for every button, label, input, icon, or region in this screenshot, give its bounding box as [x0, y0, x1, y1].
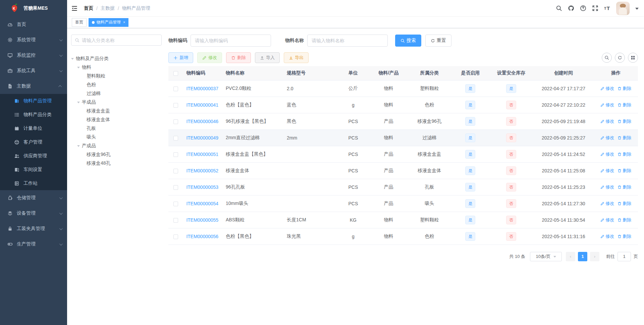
tree-node[interactable]: 吸头: [71, 133, 162, 142]
tree-expand-icon[interactable]: [77, 145, 80, 148]
tab-material-product[interactable]: 物料产品管理 ×: [89, 18, 128, 27]
next-page-button[interactable]: ›: [590, 252, 599, 261]
tab-home[interactable]: 首页: [72, 18, 87, 27]
tree-node[interactable]: 移液盒48孔: [71, 159, 162, 168]
row-delete-link[interactable]: 删除: [618, 151, 631, 157]
row-edit-link[interactable]: 修改: [600, 217, 614, 223]
row-checkbox[interactable]: [173, 152, 178, 157]
sidebar-item[interactable]: 系统工具: [0, 63, 67, 78]
page-number-button[interactable]: 1: [578, 252, 587, 261]
row-edit-link[interactable]: 修改: [600, 233, 614, 239]
breadcrumb-master-data[interactable]: 主数据: [101, 5, 115, 11]
tree-node[interactable]: 物料: [71, 63, 162, 72]
material-code-link[interactable]: ITEM00000053: [186, 184, 218, 190]
row-edit-link[interactable]: 修改: [600, 151, 614, 157]
row-checkbox[interactable]: [173, 169, 178, 173]
tree-node[interactable]: 产成品: [71, 142, 162, 150]
row-checkbox[interactable]: [173, 136, 178, 141]
sidebar-subitem[interactable]: 客户管理: [0, 135, 67, 149]
row-edit-link[interactable]: 修改: [600, 184, 614, 190]
import-button[interactable]: 导入: [255, 52, 280, 63]
tree-search-input[interactable]: [82, 38, 158, 43]
sidebar-subitem[interactable]: 计量单位: [0, 121, 67, 135]
row-checkbox[interactable]: [173, 234, 178, 239]
fullscreen-icon[interactable]: [592, 5, 598, 11]
material-code-link[interactable]: ITEM00000046: [186, 119, 218, 124]
row-checkbox[interactable]: [173, 119, 178, 124]
row-edit-link[interactable]: 修改: [600, 118, 614, 124]
material-code-link[interactable]: ITEM00000052: [186, 168, 218, 173]
row-checkbox[interactable]: [173, 202, 178, 206]
sidebar-item[interactable]: 设备管理: [0, 206, 67, 221]
sidebar-subitem[interactable]: 车间设置: [0, 163, 67, 176]
user-menu-caret-icon[interactable]: [635, 8, 639, 11]
app-logo[interactable]: K 苦糖果MES: [0, 0, 67, 17]
tree-node[interactable]: 移液盒96孔: [71, 150, 162, 159]
tree-node[interactable]: 孔板: [71, 124, 162, 133]
sidebar-item[interactable]: 主数据: [0, 78, 67, 94]
row-delete-link[interactable]: 删除: [618, 135, 631, 141]
github-icon[interactable]: [568, 5, 574, 11]
sidebar-item[interactable]: 系统监控: [0, 48, 67, 63]
tab-close-icon[interactable]: ×: [123, 20, 125, 24]
reset-button[interactable]: 重置: [425, 35, 451, 47]
row-edit-link[interactable]: 修改: [600, 201, 614, 207]
sidebar-item[interactable]: 系统管理: [0, 32, 67, 48]
tree-node[interactable]: 半成品: [71, 98, 162, 107]
material-code-link[interactable]: ITEM00000055: [186, 217, 218, 223]
tree-expand-icon[interactable]: [77, 102, 80, 105]
tree-node[interactable]: 过滤棉: [71, 89, 162, 98]
row-delete-link[interactable]: 删除: [618, 201, 631, 207]
search-button[interactable]: 搜索: [395, 35, 421, 47]
user-avatar[interactable]: [616, 2, 630, 15]
sidebar-item[interactable]: 工装夹具管理: [0, 221, 67, 236]
row-delete-link[interactable]: 删除: [618, 168, 631, 174]
row-checkbox[interactable]: [173, 185, 178, 190]
goto-page-input[interactable]: [618, 252, 631, 261]
sidebar-toggle-icon[interactable]: [71, 5, 78, 12]
sidebar-subitem[interactable]: 供应商管理: [0, 149, 67, 163]
row-delete-link[interactable]: 删除: [618, 217, 631, 223]
material-code-link[interactable]: ITEM00000041: [186, 102, 218, 108]
sidebar-subitem[interactable]: 物料产品管理: [0, 94, 67, 108]
material-code-link[interactable]: ITEM00000054: [186, 201, 218, 206]
row-edit-link[interactable]: 修改: [600, 168, 614, 174]
refresh-table-button[interactable]: [615, 53, 625, 63]
row-checkbox[interactable]: [173, 87, 178, 91]
tree-node[interactable]: 移液盒盒盖: [71, 107, 162, 115]
material-code-link[interactable]: ITEM00000051: [186, 152, 218, 157]
sidebar-item[interactable]: 生产管理: [0, 236, 67, 252]
select-all-checkbox[interactable]: [173, 71, 178, 76]
prev-page-button[interactable]: ‹: [566, 252, 575, 261]
row-delete-link[interactable]: 删除: [618, 86, 631, 92]
row-checkbox[interactable]: [173, 218, 178, 223]
tree-expand-icon[interactable]: [77, 67, 80, 70]
sidebar-subitem[interactable]: 工作站: [0, 176, 67, 190]
tree-node[interactable]: 色粉: [71, 80, 162, 89]
tree-expand-icon[interactable]: [71, 58, 74, 61]
sidebar-subitem[interactable]: 物料产品分类: [0, 108, 67, 121]
row-checkbox[interactable]: [173, 103, 178, 108]
show-search-button[interactable]: [602, 53, 612, 63]
row-delete-link[interactable]: 删除: [618, 184, 631, 190]
page-size-select[interactable]: 10条/页: [530, 252, 562, 261]
row-delete-link[interactable]: 删除: [618, 102, 631, 108]
material-name-input[interactable]: [307, 35, 388, 47]
tree-node[interactable]: 移液盒盒体: [71, 115, 162, 124]
row-delete-link[interactable]: 删除: [618, 118, 631, 124]
material-code-link[interactable]: ITEM00000056: [186, 234, 218, 239]
sidebar-item[interactable]: 首页: [0, 17, 67, 32]
tree-node[interactable]: 塑料颗粒: [71, 72, 162, 80]
header-search-icon[interactable]: [556, 5, 562, 11]
delete-button[interactable]: 删除: [226, 52, 251, 63]
font-size-icon[interactable]: TT: [604, 5, 610, 11]
edit-button[interactable]: 修改: [197, 52, 222, 63]
breadcrumb-home[interactable]: 首页: [84, 5, 93, 11]
material-code-input[interactable]: [191, 35, 271, 47]
column-settings-button[interactable]: [628, 53, 638, 63]
material-code-link[interactable]: ITEM00000049: [186, 135, 218, 141]
tree-node[interactable]: 物料及产品分类: [71, 54, 162, 63]
row-edit-link[interactable]: 修改: [600, 102, 614, 108]
sidebar-item[interactable]: 仓储管理: [0, 190, 67, 206]
export-button[interactable]: 导出: [284, 52, 309, 63]
